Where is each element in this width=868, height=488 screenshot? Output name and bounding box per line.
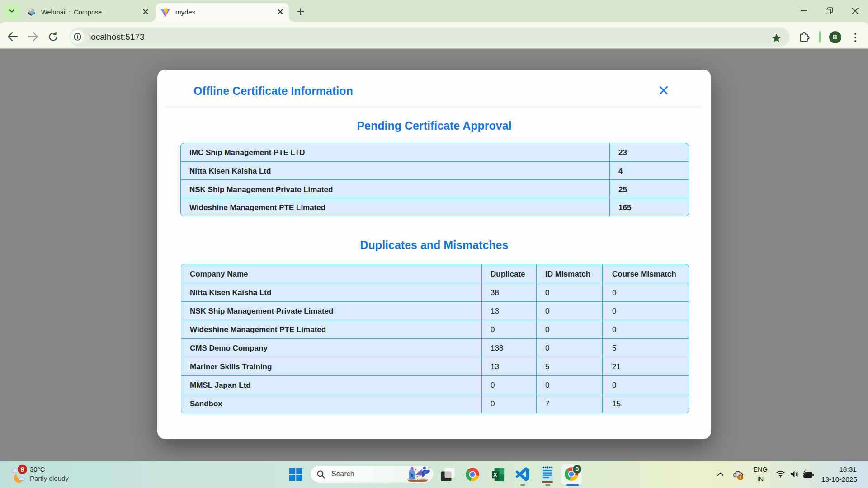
svg-text:X: X [493,472,497,478]
